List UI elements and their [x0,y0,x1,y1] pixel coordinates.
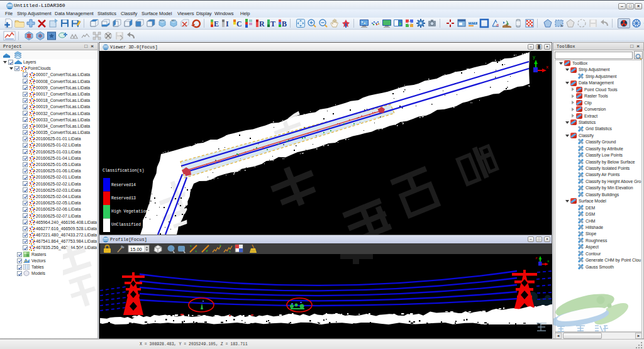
svg-text:High Vegetation: High Vegetation [111,209,148,214]
svg-text:E: E [214,19,219,28]
svg-text:UnClassified: UnClassified [111,223,141,227]
svg-text:T: T [270,19,275,28]
svg-text:I: I [226,19,229,28]
svg-text:R: R [259,19,265,28]
svg-text:Reserved14: Reserved14 [111,183,136,187]
svg-text:a: a [496,23,499,27]
svg-text:Classification(s): Classification(s) [103,169,144,173]
svg-text:x: x [547,259,550,263]
svg-text:15.00: 15.00 [130,247,142,252]
svg-text:FRONT: FRONT [160,19,165,22]
svg-text:x: x [546,65,548,70]
svg-text:y: y [533,55,535,60]
svg-text:B: B [282,19,287,28]
svg-text:z: z [535,256,538,260]
svg-text:C: C [236,19,242,28]
svg-text:BACK: BACK [171,19,175,22]
svg-text:Reserved13: Reserved13 [111,196,136,201]
